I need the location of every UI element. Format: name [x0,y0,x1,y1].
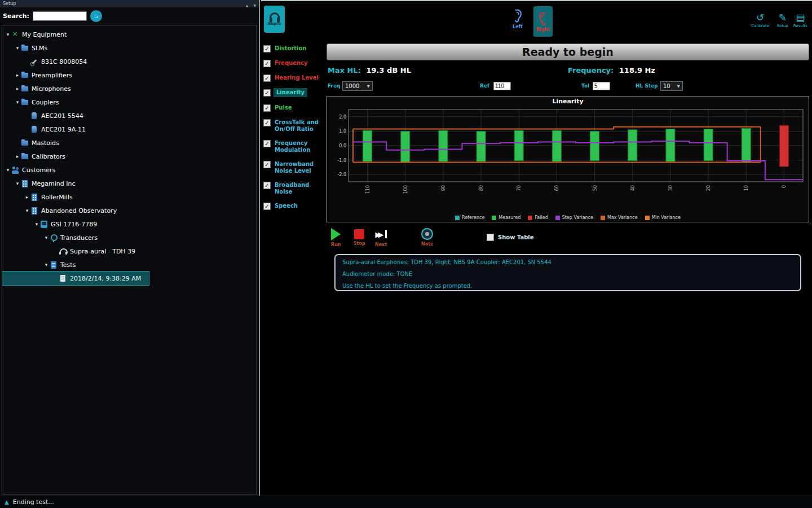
legend-label: Failed [535,215,548,220]
tree-item[interactable]: ▸Calibrators [2,150,73,163]
checkbox-checked-icon[interactable]: ✓ [263,60,271,67]
checkbox-checked-icon[interactable]: ✓ [263,182,271,189]
tree-item[interactable]: Supra-aural - TDH 39 [2,244,143,258]
ref-input[interactable] [493,82,511,90]
checkbox-checked-icon[interactable]: ✓ [263,89,271,97]
tol-input[interactable] [593,82,610,90]
legend-label: Measured [498,215,520,220]
y-tick-label: 1.0 [339,129,346,134]
building-icon [30,207,38,214]
checkbox-checked-icon[interactable]: ✓ [263,45,271,52]
left-ear-button[interactable]: Left [512,8,523,29]
tree-item[interactable]: ▾GSI 1716-7789 [2,217,105,231]
chevron-down-icon[interactable]: ▾ [14,45,21,51]
results-label: Results [793,24,807,28]
chevron-down-icon[interactable]: ▾ [14,99,21,105]
test-item-label: Frequency Modulation [275,140,326,154]
tree-item-label: AEC201 5544 [41,112,83,120]
test-item[interactable]: ✓Frequency Modulation [263,140,326,154]
test-item[interactable]: ✓Frequency [263,60,326,67]
note-button[interactable]: Note [421,228,433,247]
tree-item[interactable]: 831C 8008054 [2,55,95,68]
hl-step-dropdown[interactable]: 10 ▼ [660,81,683,91]
tree-item[interactable]: ▾Customers [2,163,63,177]
test-item[interactable]: ✓Linearity [263,89,326,97]
collapse-down-icon[interactable]: ▼ [253,3,256,7]
checkbox-checked-icon[interactable]: ✓ [263,161,271,168]
chevron-down-icon[interactable]: ▾ [43,262,50,268]
status-text: Ending test... [13,498,54,506]
legend-item: Measured [492,215,520,220]
chevron-right-icon[interactable]: ▸ [24,194,30,200]
results-button[interactable]: ▤ Results [793,12,807,28]
chevron-right-icon[interactable]: ▸ [14,86,21,91]
freq-dropdown-value: 1000 [345,83,359,89]
test-item[interactable]: ✓Distortion [263,45,326,52]
stats-row: Max HL: 19.3 dB HL Frequency: 118.9 Hz [326,66,809,76]
transport-row: Run Stop ▶▶ Next Note Show Table [326,227,809,253]
chevron-down-icon[interactable]: ▾ [5,32,11,37]
tree-item[interactable]: ▾Tests [2,258,83,271]
calibrate-button[interactable]: ↺ Calibrate [751,12,769,28]
chevron-down-icon[interactable]: ▾ [24,208,30,213]
chart-bar-failed [779,125,788,167]
checkbox-checked-icon[interactable]: ✓ [263,119,271,126]
chevron-down-icon[interactable]: ▾ [14,181,21,186]
checkbox-checked-icon[interactable]: ✓ [263,75,271,82]
tree-item[interactable]: AEC201 9A-11 [2,122,94,136]
test-item[interactable]: ✓Broadband Noise [263,182,326,195]
search-input[interactable] [33,11,87,21]
tree-item[interactable]: ▾Abandoned Observatory [2,204,125,217]
test-item[interactable]: ✓Narrowband Noise Level [263,161,326,174]
setup-button[interactable]: ✎ Setup [777,12,788,28]
checkbox-checked-icon[interactable]: ✓ [263,104,271,112]
legend-swatch [645,216,650,220]
tree-item[interactable]: ▸Microphones [2,82,79,95]
tree-item[interactable]: 2018/2/14, 9:38:29 AM [2,271,149,285]
tree-item-label: Microphones [32,85,71,93]
stop-button[interactable]: Stop [354,228,365,246]
test-item[interactable]: ✓Speech [263,203,326,210]
checkbox-checked-icon[interactable]: ✓ [263,140,271,147]
show-table-checkbox[interactable] [487,234,494,241]
transducer-supra-button[interactable]: Supra [264,6,285,33]
next-button[interactable]: ▶▶ Next [375,228,387,247]
tree-item[interactable]: AEC201 5544 [2,109,91,122]
status-bar: ▲ Ending test... [0,496,812,508]
run-button[interactable]: Run [331,228,341,247]
test-item[interactable]: ✓CrossTalk and On/Off Ratio [263,119,326,133]
chart-bar-measured [401,131,410,162]
test-checklist: ✓Distortion✓Frequency✓Hearing Level✓Line… [263,45,326,217]
sidebar: Setup ▲ ▼ Search: → ▾My Equipment▾SLMs83… [0,0,260,496]
tree-item[interactable]: ▸RollerMills [2,190,81,204]
chevron-down-icon[interactable]: ▾ [43,235,50,240]
headphone-icon [270,12,280,19]
tree-item[interactable]: Mastoids [2,136,67,150]
chevron-down-icon[interactable]: ▾ [33,221,40,227]
x-tick-label: 40 [630,185,636,191]
tree-item[interactable]: ▾My Equipment [2,28,74,41]
tree-item[interactable]: ▸Preamplifiers [2,68,80,82]
collapse-up-icon[interactable]: ▲ [246,3,249,7]
test-item[interactable]: ✓Pulse [263,104,326,112]
checkbox-checked-icon[interactable]: ✓ [263,203,271,210]
chevron-down-icon[interactable]: ▾ [5,167,11,173]
tree-item[interactable]: ▾Megamind Inc [2,177,83,190]
tree-item[interactable]: ▾Transducers [2,231,105,244]
doc-icon [59,275,67,282]
top-toolbar: Supra Left Right ↺ Calibrate ✎ Setup ▤ [261,0,812,40]
chevron-right-icon[interactable]: ▸ [14,72,21,78]
test-item[interactable]: ✓Hearing Level [263,75,326,82]
freq-dropdown[interactable]: 1000 ▼ [342,81,373,91]
expand-status-icon[interactable]: ▲ [5,499,9,505]
sidebar-titlebar: Setup ▲ ▼ [0,0,259,7]
search-go-button[interactable]: → [90,10,102,22]
show-table-toggle[interactable]: Show Table [487,234,534,241]
chevron-right-icon[interactable]: ▸ [14,154,21,159]
tree-item[interactable]: ▾Couplers [2,95,67,109]
right-ear-button-selected[interactable]: Right [533,6,553,37]
test-item-label: Distortion [275,45,306,52]
tree-item[interactable]: ▾SLMs [2,41,55,55]
calibrate-icon: ↺ [756,12,764,23]
tree-item-label: Tests [60,261,76,269]
